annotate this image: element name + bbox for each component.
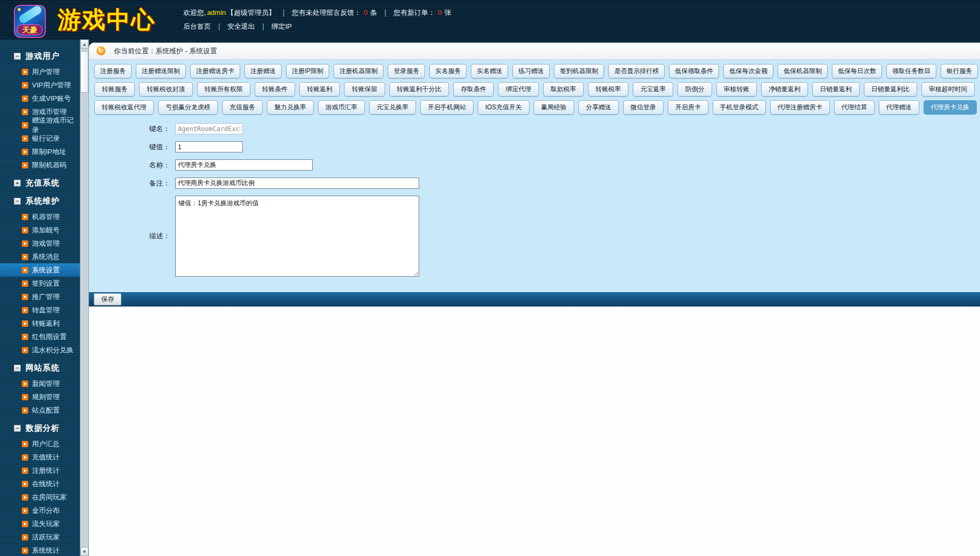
- minus-icon[interactable]: −: [14, 53, 21, 60]
- tab-button[interactable]: 代理房卡兑换: [924, 100, 977, 115]
- sidebar-section-5[interactable]: −数据分析: [0, 421, 80, 435]
- sidebar-item[interactable]: 赠送游戏币记录: [0, 118, 80, 132]
- sidebar-item[interactable]: 转账返利: [0, 317, 80, 330]
- tab-button[interactable]: 练习赠送: [512, 64, 550, 78]
- remark-input[interactable]: [175, 178, 419, 189]
- sidebar-item[interactable]: 在房间玩家: [0, 490, 80, 504]
- tab-button[interactable]: 注册赠送房卡: [190, 64, 240, 78]
- tab-button[interactable]: 转账服务: [94, 82, 135, 96]
- minus-icon[interactable]: −: [14, 198, 21, 205]
- tab-button[interactable]: 净销量返利: [761, 82, 808, 96]
- sidebar-item[interactable]: 推广管理: [0, 290, 80, 303]
- sidebar-item[interactable]: 红包雨设置: [0, 330, 80, 343]
- tab-button[interactable]: 微信登录: [623, 100, 664, 115]
- scrollbar-thumb[interactable]: [80, 51, 88, 93]
- tab-button[interactable]: 存取条件: [453, 82, 494, 96]
- tab-button[interactable]: 低保每次金额: [723, 64, 773, 78]
- sidebar-item[interactable]: 站点配置: [0, 404, 80, 417]
- tab-button[interactable]: 游戏币汇率: [318, 100, 365, 115]
- tab-button[interactable]: 取款税率: [543, 82, 584, 96]
- sidebar-item[interactable]: 添加靓号: [0, 223, 80, 237]
- tab-button[interactable]: 审核超时时间: [921, 82, 975, 96]
- tab-button[interactable]: 代理赠送: [879, 100, 919, 115]
- tab-button[interactable]: 转账所有权限: [197, 82, 250, 96]
- scroll-up-icon[interactable]: ▲: [80, 39, 88, 49]
- tab-button[interactable]: 代理注册赠房卡: [770, 100, 830, 115]
- tab-button[interactable]: 转账条件: [255, 82, 295, 96]
- sidebar-section-2[interactable]: +充值系统: [0, 176, 80, 190]
- sidebar-item[interactable]: VIP用户管理: [0, 78, 80, 92]
- tab-button[interactable]: 银行服务: [941, 64, 978, 78]
- tab-button[interactable]: 充值服务: [222, 100, 263, 115]
- tab-button[interactable]: 防倒分: [677, 82, 712, 96]
- tab-button[interactable]: 注册机器限制: [333, 64, 383, 78]
- sidebar-item[interactable]: 游戏管理: [0, 237, 80, 250]
- sidebar-item[interactable]: 注册统计: [0, 464, 80, 477]
- sidebar-section-3[interactable]: −系统维护: [0, 194, 80, 208]
- sidebar-item[interactable]: 系统消息: [0, 250, 80, 263]
- sidebar-item[interactable]: 用户管理: [0, 65, 80, 78]
- tab-button[interactable]: 低保领取条件: [669, 64, 719, 78]
- description-textarea[interactable]: [175, 196, 419, 277]
- tab-button[interactable]: 赢局经验: [534, 100, 574, 115]
- tab-button[interactable]: 实名赠送: [471, 64, 508, 78]
- sidebar-item[interactable]: 限制IP地址: [0, 145, 80, 158]
- sidebar-item[interactable]: 系统统计: [0, 544, 80, 556]
- sidebar-item[interactable]: 金币分布: [0, 504, 80, 517]
- tab-button[interactable]: 转账保留: [344, 82, 385, 96]
- sidebar-item[interactable]: 流水积分兑换: [0, 343, 80, 357]
- tab-button[interactable]: 日销量返利比: [864, 82, 917, 96]
- minus-icon[interactable]: −: [14, 425, 21, 432]
- tab-button[interactable]: 代理结算: [834, 100, 875, 115]
- sidebar-item[interactable]: 新闻管理: [0, 377, 80, 390]
- tab-button[interactable]: 开启手机网站: [420, 100, 473, 115]
- tab-button[interactable]: 实名服务: [429, 64, 467, 78]
- sidebar-item[interactable]: 机器管理: [0, 210, 80, 223]
- tab-button[interactable]: 分享赠送: [578, 100, 619, 115]
- tab-button[interactable]: 魅力兑换率: [267, 100, 314, 115]
- sidebar-item[interactable]: 限制机器码: [0, 158, 80, 172]
- sidebar-item[interactable]: 转盘管理: [0, 303, 80, 317]
- minus-icon[interactable]: −: [14, 365, 21, 372]
- tab-button[interactable]: 注册赠送: [244, 64, 282, 78]
- sidebar-item[interactable]: 生成VIP账号: [0, 92, 80, 105]
- sidebar-item[interactable]: 充值统计: [0, 450, 80, 464]
- tab-button[interactable]: 注册IP限制: [286, 64, 329, 78]
- tab-button[interactable]: 审核转账: [716, 82, 757, 96]
- sidebar-item[interactable]: 签到设置: [0, 277, 80, 290]
- tab-button[interactable]: IOS充值开关: [478, 100, 529, 115]
- tab-button[interactable]: 转账税率: [588, 82, 628, 96]
- tab-button[interactable]: 日销量返利: [812, 82, 859, 96]
- header-link-1[interactable]: 后台首页: [183, 22, 211, 30]
- sidebar-item[interactable]: 流失玩家: [0, 517, 80, 530]
- tab-button[interactable]: 注册服务: [94, 64, 132, 78]
- tab-button[interactable]: 亏损赢分龙虎榜: [158, 100, 218, 115]
- plus-icon[interactable]: +: [14, 180, 21, 187]
- tab-button[interactable]: 转账返利千分比: [389, 82, 449, 96]
- sidebar-section-4[interactable]: −网站系统: [0, 361, 80, 375]
- sidebar-item[interactable]: 规则管理: [0, 390, 80, 404]
- save-button[interactable]: 保存: [94, 293, 121, 305]
- tab-button[interactable]: 注册赠送限制: [136, 64, 186, 78]
- sidebar-section-1[interactable]: −游戏用户: [0, 49, 80, 63]
- display-name-input[interactable]: [175, 159, 313, 171]
- tab-button[interactable]: 手机登录模式: [713, 100, 766, 115]
- tab-button[interactable]: 元宝兑换率: [369, 100, 416, 115]
- key-name-input[interactable]: [175, 123, 243, 134]
- tab-button[interactable]: 是否显示排行榜: [608, 64, 665, 78]
- sidebar-scrollbar[interactable]: ▲ ▼: [80, 39, 89, 556]
- key-value-input[interactable]: [175, 141, 243, 152]
- header-link-3[interactable]: 绑定IP: [271, 22, 291, 30]
- sidebar-item[interactable]: 活跃玩家: [0, 530, 80, 544]
- tab-button[interactable]: 低保每日次数: [832, 64, 882, 78]
- tab-button[interactable]: 元宝返率: [633, 82, 673, 96]
- tab-button[interactable]: 转账税收返代理: [94, 100, 154, 115]
- tab-button[interactable]: 转账税收封顶: [139, 82, 192, 96]
- tab-button[interactable]: 签到机器限制: [554, 64, 604, 78]
- tab-button[interactable]: 绑定代理: [498, 82, 538, 96]
- tab-button[interactable]: 登录服务: [388, 64, 425, 78]
- tab-button[interactable]: 转账返利: [299, 82, 340, 96]
- tab-button[interactable]: 低保机器限制: [778, 64, 828, 78]
- tab-button[interactable]: 开启房卡: [668, 100, 708, 115]
- sidebar-item[interactable]: 用户汇总: [0, 437, 80, 450]
